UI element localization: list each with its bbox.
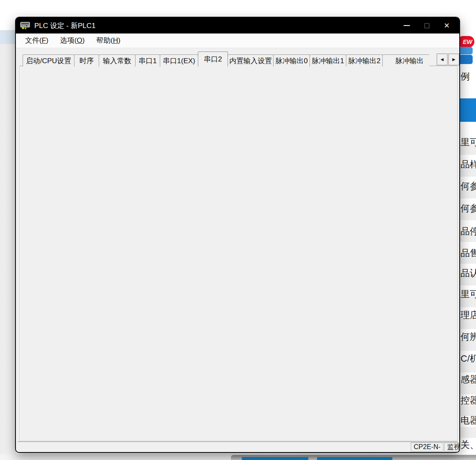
tab-scroll-right-button[interactable]: ►	[448, 54, 459, 65]
close-icon: ✕	[444, 22, 450, 29]
menu-label: )	[82, 36, 85, 44]
window-controls: ✕	[397, 18, 457, 33]
minimize-button[interactable]	[397, 18, 417, 33]
tab-timing[interactable]: 时序	[74, 54, 99, 67]
menu-bar: 文件(F) 选项(O) 帮助(H)	[16, 33, 459, 48]
tab-pulse-output2[interactable]: 脉冲输出2	[346, 54, 383, 67]
window-title: PLC 设定 - 新PLC1	[34, 21, 95, 31]
tab-label: 启动/CPU设置	[26, 56, 72, 66]
new-badge: EW	[460, 36, 474, 47]
background-text: 何参	[461, 202, 476, 215]
tab-serial2[interactable]: 串口2	[198, 51, 228, 67]
close-button[interactable]: ✕	[437, 18, 457, 33]
status-plc-mode: 监视	[444, 442, 460, 452]
tab-label: 脉冲输出	[395, 56, 424, 66]
menu-label: 文件(	[25, 36, 42, 44]
background-text: 品认	[461, 267, 476, 280]
maximize-button[interactable]	[417, 18, 437, 33]
background-text: 里可	[461, 136, 476, 149]
background-text: 理店	[461, 309, 476, 321]
background-text: 关、	[461, 439, 476, 451]
tab-label: 串口1(EX)	[163, 56, 195, 66]
menu-options[interactable]: 选项(O)	[54, 33, 91, 48]
background-text: 感器	[461, 373, 476, 386]
background-app-icon	[460, 55, 473, 64]
background-button[interactable]	[317, 457, 392, 460]
tab-pulse-output3[interactable]: 脉冲输出	[382, 54, 429, 67]
menu-help[interactable]: 帮助(H)	[90, 33, 126, 48]
background-toolbar	[231, 455, 476, 460]
title-bar[interactable]: PLC 设定 - 新PLC1 ✕	[16, 18, 459, 33]
tab-label: 内置输入设置	[229, 56, 272, 66]
tab-label: 串口2	[204, 54, 222, 64]
menu-label: )	[46, 36, 49, 44]
background-text: 品停	[461, 225, 476, 238]
background-stripes	[460, 133, 476, 439]
maximize-icon	[424, 23, 430, 28]
background-text: 品样	[461, 158, 476, 171]
background-bottom-strip	[0, 454, 476, 460]
tab-label: 脉冲输出0	[275, 56, 307, 66]
tab-label: 脉冲输出2	[348, 56, 380, 66]
menu-label: 帮助(	[96, 36, 113, 44]
background-text: 品售	[461, 247, 476, 260]
tab-pulse-output0[interactable]: 脉冲输出0	[273, 54, 310, 67]
status-bar: CP2E-N- 监视	[16, 442, 459, 452]
menu-file[interactable]: 文件(F)	[19, 33, 54, 48]
tab-label: 脉冲输出1	[312, 56, 344, 66]
status-device-type: CP2E-N-	[411, 442, 443, 452]
serial2-tab-panel	[19, 66, 458, 441]
background-blue-bar	[460, 98, 476, 122]
menu-label: 选项(	[60, 36, 77, 44]
tab-scroll-buttons: ◄ ►	[436, 54, 459, 65]
background-app-icon	[460, 47, 473, 54]
background-right-column: EW 例 里可 品样 何参 何参 品停 品售 品认 里可 理店 何辨 C/机 感…	[460, 0, 476, 460]
background-button[interactable]	[242, 457, 308, 460]
tab-strip: 启动/CPU设置 时序 输入常数 串口1 串口1(EX) 串口2 内置输入设置 …	[23, 51, 429, 67]
new-badge-label: EW	[463, 39, 472, 45]
tab-label: 输入常数	[103, 56, 131, 66]
background-text: 例	[461, 70, 470, 83]
desktop-background: EW 例 里可 品样 何参 何参 品停 品售 品认 里可 理店 何辨 C/机 感…	[0, 0, 476, 460]
tab-pulse-output1[interactable]: 脉冲输出1	[310, 54, 346, 67]
plc-icon	[20, 21, 30, 30]
background-text: 何参	[461, 180, 476, 193]
background-text: C/机	[461, 352, 476, 365]
tab-label: 串口1	[138, 56, 156, 66]
tab-input-constant[interactable]: 输入常数	[99, 54, 136, 67]
plc-settings-dialog: PLC 设定 - 新PLC1 ✕ 文件(F) 选项(O) 帮助(H) 启动/CP…	[15, 17, 460, 453]
tab-serial1-ex[interactable]: 串口1(EX)	[160, 54, 198, 67]
tab-serial1[interactable]: 串口1	[135, 54, 160, 67]
menu-mnemonic: F	[42, 36, 46, 44]
background-blue-band	[0, 30, 16, 44]
background-text: 何辨	[461, 331, 476, 343]
background-text: 电器	[461, 414, 476, 427]
tab-builtin-input[interactable]: 内置输入设置	[228, 54, 274, 67]
menu-label: )	[118, 36, 120, 44]
tab-label: 时序	[79, 56, 94, 66]
menu-mnemonic: O	[77, 36, 82, 44]
background-text: 控器	[461, 394, 476, 407]
tab-startup-cpu[interactable]: 启动/CPU设置	[23, 54, 74, 67]
minimize-icon	[404, 25, 410, 26]
tab-scroll-left-button[interactable]: ◄	[437, 54, 448, 65]
menu-mnemonic: H	[113, 36, 118, 44]
background-text: 里可	[461, 288, 476, 301]
background-left-panel	[0, 44, 16, 454]
